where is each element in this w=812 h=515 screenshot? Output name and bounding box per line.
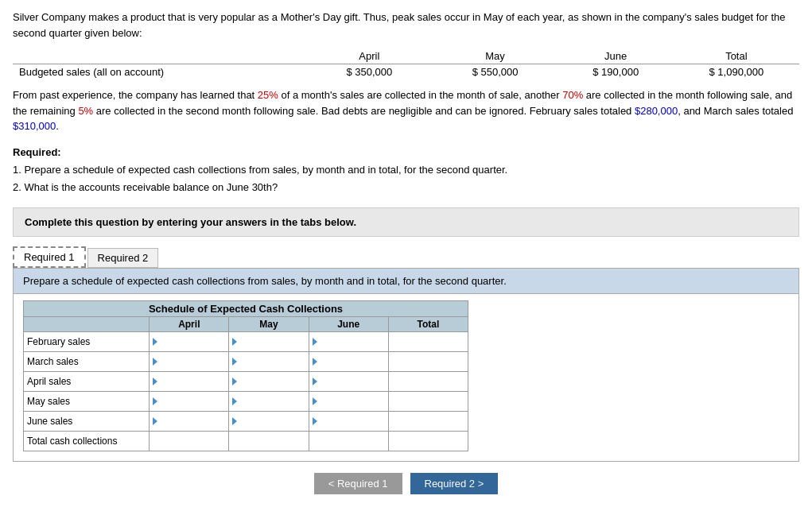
budget-col-may: May: [432, 48, 558, 64]
cell-jun-total: [388, 411, 468, 431]
cell-feb-june[interactable]: [309, 331, 388, 351]
input-apr-may[interactable]: [232, 374, 305, 389]
required-item-1: 1. Prepare a schedule of expected cash c…: [13, 164, 507, 176]
required-header: Required:: [13, 146, 61, 158]
input-apr-april[interactable]: [153, 374, 225, 389]
cell-jun-june[interactable]: [309, 411, 388, 431]
triangle-icon: [153, 338, 157, 346]
row-label-may: May sales: [24, 391, 150, 411]
tab-required-1[interactable]: Required 1: [13, 246, 86, 268]
triangle-icon: [232, 378, 237, 385]
schedule-col-may: May: [229, 316, 309, 331]
budget-row-label: Budgeted sales (all on account): [13, 64, 306, 80]
table-row: April sales: [24, 371, 468, 391]
schedule-label-header: [24, 316, 150, 331]
tab-instruction: Prepare a schedule of expected cash coll…: [14, 269, 798, 294]
cell-jun-may[interactable]: [229, 411, 309, 431]
schedule-container: Schedule of Expected Cash Collections Ap…: [14, 294, 798, 461]
required-item-2: 2. What is the accounts receivable balan…: [13, 181, 278, 193]
input-apr-june[interactable]: [313, 374, 385, 389]
table-row: June sales: [24, 411, 468, 431]
tab-panel: Prepare a schedule of expected cash coll…: [13, 268, 799, 462]
row-label-june: June sales: [24, 411, 150, 431]
cell-mar-april[interactable]: [150, 351, 229, 371]
row-label-february: February sales: [24, 331, 150, 351]
triangle-icon: [232, 338, 237, 346]
budget-val-june: $ 190,000: [558, 64, 674, 80]
prev-button[interactable]: < Required 1: [314, 473, 402, 494]
input-may-may[interactable]: [232, 393, 305, 409]
cell-feb-total: [388, 331, 468, 351]
budget-col-total: Total: [674, 48, 799, 64]
budget-val-may: $ 550,000: [432, 64, 558, 80]
input-jun-june[interactable]: [313, 413, 385, 429]
triangle-icon: [232, 358, 237, 366]
input-mar-april[interactable]: [153, 354, 225, 370]
cell-mar-june[interactable]: [309, 351, 388, 371]
cell-jun-april[interactable]: [150, 411, 229, 431]
next-button[interactable]: Required 2 >: [410, 473, 499, 494]
tabs-row: Required 1 Required 2: [13, 246, 799, 268]
input-may-april[interactable]: [153, 393, 225, 409]
triangle-icon: [153, 358, 157, 366]
cell-apr-total: [388, 371, 468, 391]
input-jun-may[interactable]: [232, 413, 305, 429]
table-row: May sales: [24, 391, 468, 411]
cell-mar-may[interactable]: [229, 351, 309, 371]
triangle-icon: [313, 358, 317, 366]
row-label-april: April sales: [24, 371, 150, 391]
triangle-icon: [313, 397, 317, 405]
cell-feb-april[interactable]: [150, 331, 229, 351]
input-mar-june[interactable]: [313, 354, 385, 370]
schedule-col-june: June: [309, 316, 388, 331]
cell-total-april[interactable]: [150, 431, 229, 451]
input-feb-june[interactable]: [313, 334, 385, 350]
budget-val-total: $ 1,090,000: [674, 64, 799, 80]
triangle-icon: [153, 397, 157, 405]
input-feb-april[interactable]: [153, 334, 225, 350]
cell-feb-may[interactable]: [229, 331, 309, 351]
cell-may-june[interactable]: [309, 391, 388, 411]
triangle-icon: [153, 378, 157, 385]
cell-total-may[interactable]: [229, 431, 309, 451]
cell-total-june[interactable]: [309, 431, 388, 451]
input-may-june[interactable]: [313, 393, 385, 409]
cell-apr-may[interactable]: [229, 371, 309, 391]
cell-mar-total: [388, 351, 468, 371]
complete-box: Complete this question by entering your …: [13, 207, 799, 237]
input-feb-may[interactable]: [232, 334, 305, 350]
input-jun-april[interactable]: [153, 413, 225, 429]
table-row: March sales: [24, 351, 468, 371]
budget-val-april: $ 350,000: [306, 64, 432, 80]
experience-paragraph: From past experience, the company has le…: [13, 87, 799, 134]
input-total-june[interactable]: [313, 433, 385, 449]
intro-paragraph: Silver Company makes a product that is v…: [13, 10, 799, 41]
schedule-col-april: April: [150, 316, 229, 331]
input-mar-may[interactable]: [232, 354, 305, 370]
cell-total-total: [388, 431, 468, 451]
row-label-march: March sales: [24, 351, 150, 371]
row-label-total: Total cash collections: [24, 431, 150, 451]
nav-buttons: < Required 1 Required 2 >: [13, 473, 799, 494]
table-row: February sales: [24, 331, 468, 351]
cell-apr-june[interactable]: [309, 371, 388, 391]
schedule-table: Schedule of Expected Cash Collections Ap…: [23, 300, 468, 451]
cell-may-total: [388, 391, 468, 411]
cell-may-april[interactable]: [150, 391, 229, 411]
cell-apr-april[interactable]: [150, 371, 229, 391]
schedule-title: Schedule of Expected Cash Collections: [24, 300, 468, 316]
budget-col-april: April: [306, 48, 432, 64]
required-section: Required: 1. Prepare a schedule of expec…: [13, 144, 799, 196]
triangle-icon: [313, 338, 317, 346]
tab-required-2[interactable]: Required 2: [87, 248, 159, 268]
cell-may-may[interactable]: [229, 391, 309, 411]
schedule-col-total: Total: [388, 316, 468, 331]
triangle-icon: [313, 378, 317, 385]
triangle-icon: [153, 417, 157, 425]
budget-col-june: June: [558, 48, 674, 64]
triangle-icon: [313, 417, 317, 425]
budget-table: April May June Total Budgeted sales (all…: [13, 48, 799, 79]
triangle-icon: [232, 397, 237, 405]
input-total-april[interactable]: [153, 433, 225, 449]
input-total-may[interactable]: [232, 433, 305, 449]
